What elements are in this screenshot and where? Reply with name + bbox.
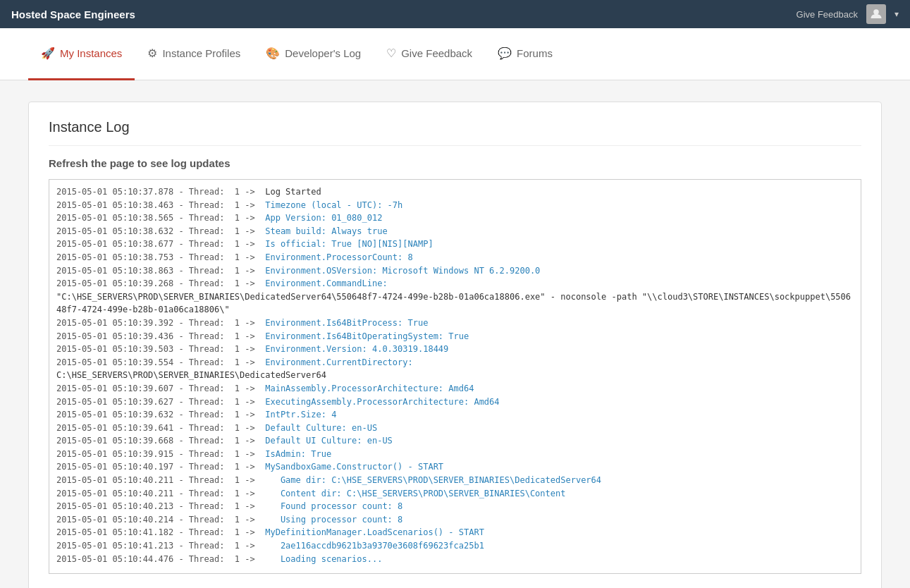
log-line: 2015-05-01 05:10:39.607 - Thread: 1 -> M… — [56, 382, 854, 396]
main-nav: 🚀 My Instances ⚙ Instance Profiles 🎨 Dev… — [0, 28, 910, 80]
log-line: 2015-05-01 05:10:39.668 - Thread: 1 -> D… — [56, 434, 854, 448]
log-line: 2015-05-01 05:10:40.197 - Thread: 1 -> M… — [56, 460, 854, 474]
gear-icon: ⚙ — [147, 47, 157, 60]
log-line: 2015-05-01 05:10:38.565 - Thread: 1 -> A… — [56, 212, 854, 225]
nav-label-my-instances: My Instances — [60, 47, 122, 59]
avatar-dropdown-caret[interactable]: ▾ — [894, 9, 899, 19]
svg-point-0 — [873, 9, 879, 15]
log-line: 2015-05-01 05:10:40.211 - Thread: 1 -> G… — [56, 474, 854, 487]
log-line: 2015-05-01 05:10:38.632 - Thread: 1 -> S… — [56, 225, 854, 238]
log-container[interactable]: 2015-05-01 05:10:37.878 - Thread: 1 -> L… — [49, 179, 861, 574]
log-line: 2015-05-01 05:10:40.213 - Thread: 1 -> F… — [56, 500, 854, 513]
nav-item-instance-profiles[interactable]: ⚙ Instance Profiles — [135, 28, 253, 80]
rocket-icon: 🚀 — [41, 47, 55, 60]
top-feedback-link[interactable]: Give Feedback — [797, 9, 858, 20]
nav-item-my-instances[interactable]: 🚀 My Instances — [28, 28, 135, 80]
heart-icon: ♡ — [386, 47, 396, 60]
log-line: 2015-05-01 05:10:39.436 - Thread: 1 -> E… — [56, 330, 854, 343]
refresh-note: Refresh the page to see log updates — [49, 157, 861, 169]
log-line: 2015-05-01 05:10:39.268 - Thread: 1 -> E… — [56, 277, 854, 290]
card-title: Instance Log — [49, 119, 861, 146]
log-line: 2015-05-01 05:10:37.878 - Thread: 1 -> L… — [56, 185, 854, 199]
log-line: 2015-05-01 05:10:38.753 - Thread: 1 -> E… — [56, 251, 854, 264]
log-line: 2015-05-01 05:10:41.213 - Thread: 1 -> 2… — [56, 539, 854, 553]
log-line: 2015-05-01 05:10:39.503 - Thread: 1 -> E… — [56, 343, 854, 356]
log-line: 2015-05-01 05:10:39.915 - Thread: 1 -> I… — [56, 448, 854, 461]
log-line: 2015-05-01 05:10:38.463 - Thread: 1 -> T… — [56, 199, 854, 212]
nav-item-give-feedback[interactable]: ♡ Give Feedback — [374, 28, 485, 80]
brand-title: Hosted Space Engineers — [11, 8, 135, 20]
top-navbar: Hosted Space Engineers Give Feedback ▾ — [0, 0, 910, 28]
log-line: 2015-05-01 05:10:44.476 - Thread: 1 -> L… — [56, 553, 854, 566]
nav-item-forums[interactable]: 💬 Forums — [485, 28, 565, 80]
log-line: "C:\HSE_SERVERS\PROD\SERVER_BINARIES\Ded… — [56, 290, 854, 317]
instance-log-card: Instance Log Refresh the page to see log… — [28, 102, 882, 588]
avatar[interactable] — [866, 4, 886, 24]
log-line: 2015-05-01 05:10:39.554 - Thread: 1 -> E… — [56, 356, 854, 369]
log-line: C:\HSE_SERVERS\PROD\SERVER_BINARIES\Dedi… — [56, 369, 854, 382]
chat-icon: 💬 — [498, 47, 512, 60]
page-content: Instance Log Refresh the page to see log… — [0, 80, 910, 588]
top-navbar-right: Give Feedback ▾ — [797, 4, 899, 24]
log-line: 2015-05-01 05:10:39.392 - Thread: 1 -> E… — [56, 317, 854, 330]
nav-label-instance-profiles: Instance Profiles — [162, 47, 240, 59]
nav-item-developers-log[interactable]: 🎨 Developer's Log — [253, 28, 374, 80]
log-line: 2015-05-01 05:10:39.627 - Thread: 1 -> E… — [56, 396, 854, 409]
log-line: 2015-05-01 05:10:40.214 - Thread: 1 -> U… — [56, 513, 854, 527]
log-line: 2015-05-01 05:10:39.641 - Thread: 1 -> D… — [56, 422, 854, 435]
log-line: 2015-05-01 05:10:38.677 - Thread: 1 -> I… — [56, 238, 854, 251]
log-line: 2015-05-01 05:10:39.632 - Thread: 1 -> I… — [56, 408, 854, 422]
log-line: 2015-05-01 05:10:41.182 - Thread: 1 -> M… — [56, 526, 854, 539]
log-line: 2015-05-01 05:10:40.211 - Thread: 1 -> C… — [56, 487, 854, 501]
nav-label-forums: Forums — [517, 47, 553, 59]
nav-label-give-feedback: Give Feedback — [401, 47, 472, 59]
log-line: 2015-05-01 05:10:38.863 - Thread: 1 -> E… — [56, 264, 854, 278]
nav-label-developers-log: Developer's Log — [285, 47, 361, 59]
palette-icon: 🎨 — [266, 47, 280, 60]
